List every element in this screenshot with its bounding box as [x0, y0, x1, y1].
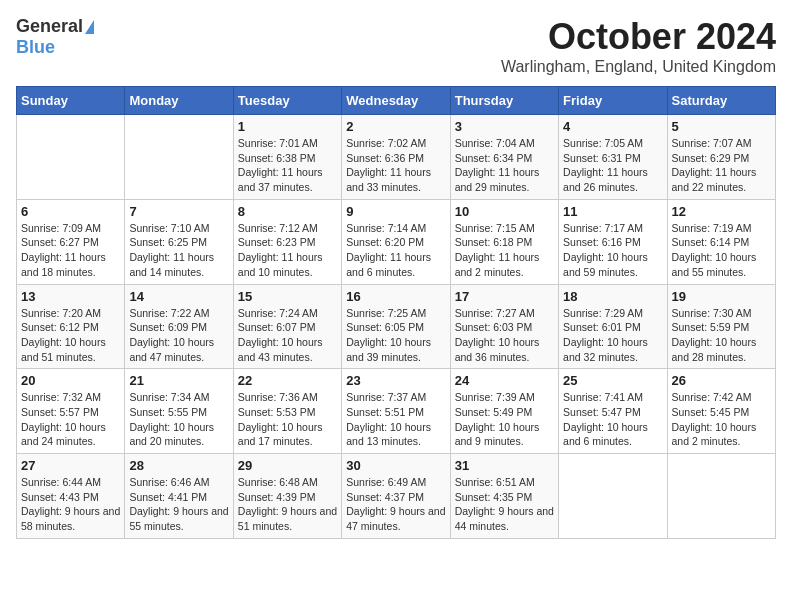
day-info: Sunrise: 6:46 AM Sunset: 4:41 PM Dayligh… [129, 475, 228, 534]
weekday-header-cell: Friday [559, 87, 667, 115]
calendar-cell: 23Sunrise: 7:37 AM Sunset: 5:51 PM Dayli… [342, 369, 450, 454]
day-number: 19 [672, 289, 771, 304]
day-info: Sunrise: 7:37 AM Sunset: 5:51 PM Dayligh… [346, 390, 445, 449]
day-number: 25 [563, 373, 662, 388]
calendar-week-row: 1Sunrise: 7:01 AM Sunset: 6:38 PM Daylig… [17, 115, 776, 200]
logo: General Blue [16, 16, 94, 58]
calendar-cell: 16Sunrise: 7:25 AM Sunset: 6:05 PM Dayli… [342, 284, 450, 369]
day-number: 20 [21, 373, 120, 388]
day-info: Sunrise: 7:19 AM Sunset: 6:14 PM Dayligh… [672, 221, 771, 280]
day-number: 24 [455, 373, 554, 388]
day-info: Sunrise: 7:07 AM Sunset: 6:29 PM Dayligh… [672, 136, 771, 195]
day-info: Sunrise: 7:02 AM Sunset: 6:36 PM Dayligh… [346, 136, 445, 195]
day-info: Sunrise: 7:01 AM Sunset: 6:38 PM Dayligh… [238, 136, 337, 195]
weekday-header-row: SundayMondayTuesdayWednesdayThursdayFrid… [17, 87, 776, 115]
day-info: Sunrise: 7:09 AM Sunset: 6:27 PM Dayligh… [21, 221, 120, 280]
day-info: Sunrise: 7:05 AM Sunset: 6:31 PM Dayligh… [563, 136, 662, 195]
calendar-cell [667, 454, 775, 539]
day-number: 17 [455, 289, 554, 304]
calendar-cell: 10Sunrise: 7:15 AM Sunset: 6:18 PM Dayli… [450, 199, 558, 284]
day-info: Sunrise: 7:24 AM Sunset: 6:07 PM Dayligh… [238, 306, 337, 365]
weekday-header-cell: Monday [125, 87, 233, 115]
day-number: 21 [129, 373, 228, 388]
day-info: Sunrise: 7:17 AM Sunset: 6:16 PM Dayligh… [563, 221, 662, 280]
day-info: Sunrise: 7:22 AM Sunset: 6:09 PM Dayligh… [129, 306, 228, 365]
day-info: Sunrise: 7:41 AM Sunset: 5:47 PM Dayligh… [563, 390, 662, 449]
weekday-header-cell: Saturday [667, 87, 775, 115]
day-number: 15 [238, 289, 337, 304]
day-number: 6 [21, 204, 120, 219]
logo-general: General [16, 16, 83, 37]
calendar-cell: 19Sunrise: 7:30 AM Sunset: 5:59 PM Dayli… [667, 284, 775, 369]
calendar-week-row: 6Sunrise: 7:09 AM Sunset: 6:27 PM Daylig… [17, 199, 776, 284]
day-number: 26 [672, 373, 771, 388]
logo-triangle-icon [85, 20, 94, 34]
calendar-cell: 11Sunrise: 7:17 AM Sunset: 6:16 PM Dayli… [559, 199, 667, 284]
day-number: 16 [346, 289, 445, 304]
day-number: 9 [346, 204, 445, 219]
day-number: 7 [129, 204, 228, 219]
day-info: Sunrise: 6:49 AM Sunset: 4:37 PM Dayligh… [346, 475, 445, 534]
weekday-header-cell: Tuesday [233, 87, 341, 115]
day-info: Sunrise: 7:39 AM Sunset: 5:49 PM Dayligh… [455, 390, 554, 449]
calendar-cell: 5Sunrise: 7:07 AM Sunset: 6:29 PM Daylig… [667, 115, 775, 200]
weekday-header-cell: Wednesday [342, 87, 450, 115]
calendar-cell: 21Sunrise: 7:34 AM Sunset: 5:55 PM Dayli… [125, 369, 233, 454]
calendar-week-row: 13Sunrise: 7:20 AM Sunset: 6:12 PM Dayli… [17, 284, 776, 369]
logo-blue: Blue [16, 37, 55, 58]
weekday-header-cell: Sunday [17, 87, 125, 115]
day-number: 14 [129, 289, 228, 304]
day-number: 31 [455, 458, 554, 473]
calendar-cell: 12Sunrise: 7:19 AM Sunset: 6:14 PM Dayli… [667, 199, 775, 284]
day-info: Sunrise: 7:34 AM Sunset: 5:55 PM Dayligh… [129, 390, 228, 449]
day-info: Sunrise: 7:15 AM Sunset: 6:18 PM Dayligh… [455, 221, 554, 280]
day-number: 10 [455, 204, 554, 219]
day-info: Sunrise: 6:44 AM Sunset: 4:43 PM Dayligh… [21, 475, 120, 534]
day-number: 5 [672, 119, 771, 134]
day-info: Sunrise: 7:32 AM Sunset: 5:57 PM Dayligh… [21, 390, 120, 449]
day-info: Sunrise: 7:30 AM Sunset: 5:59 PM Dayligh… [672, 306, 771, 365]
day-number: 22 [238, 373, 337, 388]
day-info: Sunrise: 7:25 AM Sunset: 6:05 PM Dayligh… [346, 306, 445, 365]
calendar-cell: 8Sunrise: 7:12 AM Sunset: 6:23 PM Daylig… [233, 199, 341, 284]
day-info: Sunrise: 7:12 AM Sunset: 6:23 PM Dayligh… [238, 221, 337, 280]
day-number: 18 [563, 289, 662, 304]
day-number: 3 [455, 119, 554, 134]
calendar-week-row: 20Sunrise: 7:32 AM Sunset: 5:57 PM Dayli… [17, 369, 776, 454]
day-number: 1 [238, 119, 337, 134]
calendar-cell: 6Sunrise: 7:09 AM Sunset: 6:27 PM Daylig… [17, 199, 125, 284]
calendar-cell: 18Sunrise: 7:29 AM Sunset: 6:01 PM Dayli… [559, 284, 667, 369]
calendar-week-row: 27Sunrise: 6:44 AM Sunset: 4:43 PM Dayli… [17, 454, 776, 539]
calendar-cell: 26Sunrise: 7:42 AM Sunset: 5:45 PM Dayli… [667, 369, 775, 454]
day-number: 13 [21, 289, 120, 304]
day-info: Sunrise: 7:04 AM Sunset: 6:34 PM Dayligh… [455, 136, 554, 195]
day-number: 23 [346, 373, 445, 388]
day-info: Sunrise: 7:36 AM Sunset: 5:53 PM Dayligh… [238, 390, 337, 449]
day-info: Sunrise: 7:10 AM Sunset: 6:25 PM Dayligh… [129, 221, 228, 280]
day-number: 2 [346, 119, 445, 134]
month-title: October 2024 [501, 16, 776, 58]
day-info: Sunrise: 7:42 AM Sunset: 5:45 PM Dayligh… [672, 390, 771, 449]
calendar-cell: 7Sunrise: 7:10 AM Sunset: 6:25 PM Daylig… [125, 199, 233, 284]
calendar-cell: 14Sunrise: 7:22 AM Sunset: 6:09 PM Dayli… [125, 284, 233, 369]
calendar-body: 1Sunrise: 7:01 AM Sunset: 6:38 PM Daylig… [17, 115, 776, 539]
day-info: Sunrise: 6:51 AM Sunset: 4:35 PM Dayligh… [455, 475, 554, 534]
weekday-header-cell: Thursday [450, 87, 558, 115]
calendar-cell: 9Sunrise: 7:14 AM Sunset: 6:20 PM Daylig… [342, 199, 450, 284]
calendar-cell: 25Sunrise: 7:41 AM Sunset: 5:47 PM Dayli… [559, 369, 667, 454]
calendar-cell: 1Sunrise: 7:01 AM Sunset: 6:38 PM Daylig… [233, 115, 341, 200]
title-area: October 2024 Warlingham, England, United… [501, 16, 776, 76]
location-title: Warlingham, England, United Kingdom [501, 58, 776, 76]
calendar-cell [559, 454, 667, 539]
header: General Blue October 2024 Warlingham, En… [16, 16, 776, 76]
calendar-cell [125, 115, 233, 200]
day-info: Sunrise: 6:48 AM Sunset: 4:39 PM Dayligh… [238, 475, 337, 534]
calendar-cell: 22Sunrise: 7:36 AM Sunset: 5:53 PM Dayli… [233, 369, 341, 454]
calendar-cell: 4Sunrise: 7:05 AM Sunset: 6:31 PM Daylig… [559, 115, 667, 200]
calendar-cell: 2Sunrise: 7:02 AM Sunset: 6:36 PM Daylig… [342, 115, 450, 200]
calendar-cell: 20Sunrise: 7:32 AM Sunset: 5:57 PM Dayli… [17, 369, 125, 454]
calendar-cell: 3Sunrise: 7:04 AM Sunset: 6:34 PM Daylig… [450, 115, 558, 200]
calendar-cell: 17Sunrise: 7:27 AM Sunset: 6:03 PM Dayli… [450, 284, 558, 369]
day-number: 29 [238, 458, 337, 473]
calendar-cell: 29Sunrise: 6:48 AM Sunset: 4:39 PM Dayli… [233, 454, 341, 539]
